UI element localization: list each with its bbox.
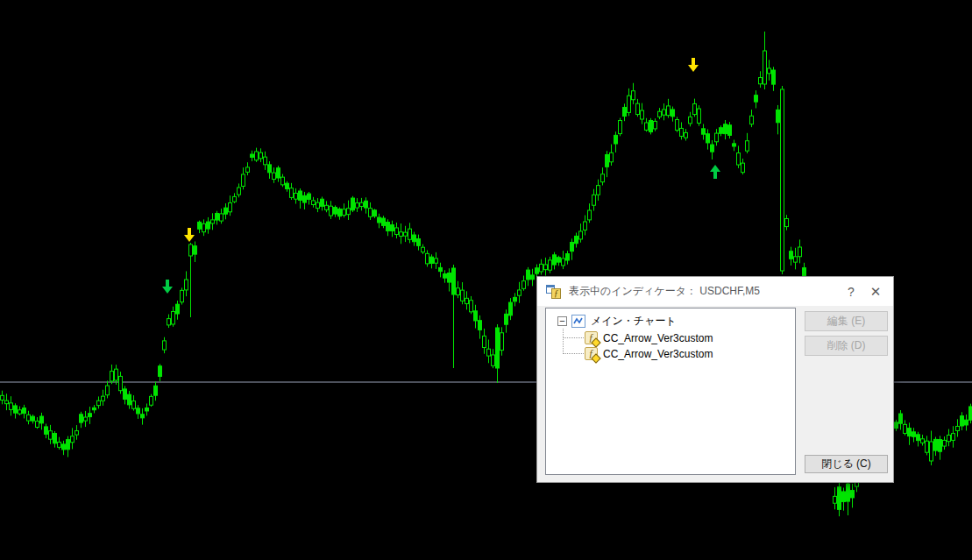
mt4-chart-window: ƒ 表示中のインディケータ： USDCHF,M5 ? ✕ − メイン・チャート [0,0,972,560]
indicator-tree[interactable]: − メイン・チャート ƒ CC_Arrow_Ver3custom [545,308,796,475]
indicator-dialog-icon: ƒ [546,285,561,299]
tree-item-label: CC_Arrow_Ver3custom [603,348,713,360]
tree-connector [564,353,584,354]
edit-button[interactable]: 編集 (E) [805,311,888,331]
indicator-list-dialog: ƒ 表示中のインディケータ： USDCHF,M5 ? ✕ − メイン・チャート [536,276,894,483]
tree-item-label: メイン・チャート [591,314,677,329]
dialog-titlebar[interactable]: ƒ 表示中のインディケータ： USDCHF,M5 ? ✕ [537,277,893,306]
fn-letter: ƒ [554,288,558,298]
collapse-icon[interactable]: − [557,316,567,326]
tree-connector [564,337,584,338]
tree-item-indicator-2[interactable]: ƒ CC_Arrow_Ver3custom [585,346,713,361]
close-button[interactable]: 閉じる (C) [805,455,888,473]
close-icon[interactable]: ✕ [863,281,888,302]
tree-item-main-chart[interactable]: − メイン・チャート [557,314,677,329]
delete-button[interactable]: 削除 (D) [805,336,888,356]
tree-item-label: CC_Arrow_Ver3custom [603,332,713,344]
function-icon: ƒ [585,331,598,344]
function-icon: ƒ [585,347,598,360]
chart-icon [571,315,585,328]
tree-connector [563,329,564,354]
help-button[interactable]: ? [839,281,863,302]
dialog-title: 表示中のインディケータ： USDCHF,M5 [569,284,839,299]
tree-item-indicator-1[interactable]: ƒ CC_Arrow_Ver3custom [585,330,713,345]
